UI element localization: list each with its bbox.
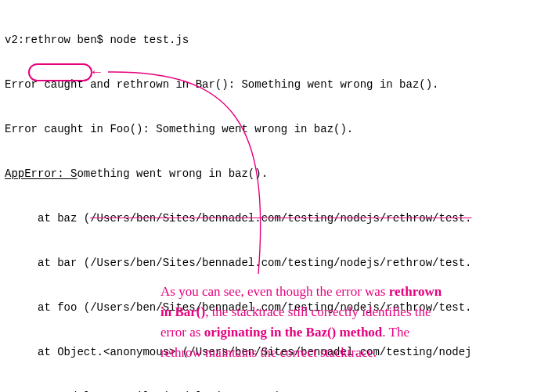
stack-line: at bar (/Users/ben/Sites/bennadel.com/te… [5,256,548,271]
underlined-text: AppError: S [5,167,77,180]
annotation-line: error as originating in the Baz() method… [160,322,528,343]
stack-line-baz: at baz (/Users/ben/Sites/bennadel.com/te… [5,211,548,226]
annotation-text: . The [382,325,409,340]
struck-path: /Users/ben/Sites/bennadel.com/testing/no… [90,212,471,225]
annotation-bold: in Bar() [160,304,205,319]
annotation-note: As you can see, even though the error wa… [160,282,528,363]
annotation-text: As you can see, even though the error wa… [160,284,389,299]
annotation-bold: originating in the Baz() method [204,325,383,340]
stack-fn: at baz [38,212,84,225]
command-text: node test.js [110,34,189,46]
arrow-glyph: ← [92,64,101,80]
output-text: omething went wrong in baz(). [77,167,268,180]
paren: ( [84,212,90,225]
annotation-text: , the stacktrace still correctly identif… [205,304,431,319]
annotation-line: in Bar(), the stacktrace still correctly… [160,302,528,322]
annotation-bold: rethrown [389,284,442,299]
output-line: Error caught and rethrown in Bar(): Some… [5,77,548,92]
prompt-line-1: v2:rethrow ben$ node test.js [5,33,548,48]
annotation-text: rethrow maintains the correct stacktrace… [160,345,377,360]
shell-prompt: v2:rethrow ben$ [5,34,110,46]
annotation-line: As you can see, even though the error wa… [160,282,528,302]
annotation-line: rethrow maintains the correct stacktrace… [160,343,528,363]
annotation-text: error as [160,325,204,340]
output-line: AppError: Something went wrong in baz(). [5,167,548,182]
output-line: Error caught in Foo(): Something went wr… [5,122,548,137]
